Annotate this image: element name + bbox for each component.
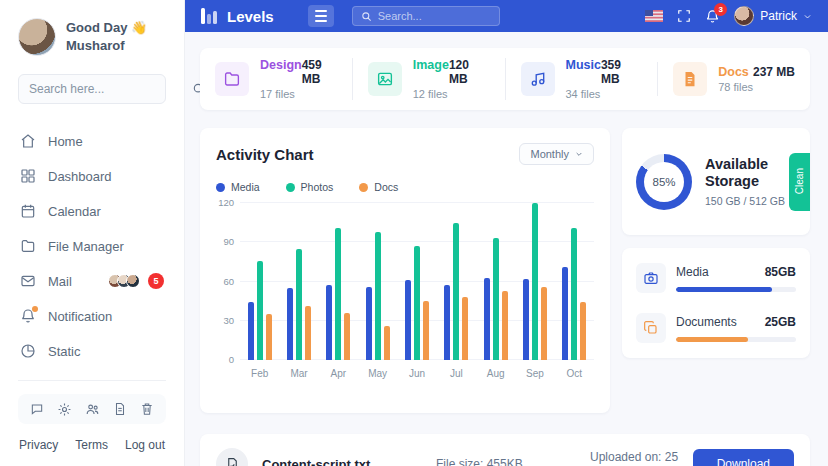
download-button[interactable]: Download: [693, 449, 794, 466]
header-search[interactable]: [352, 6, 500, 26]
stat-files: 78 files: [718, 81, 795, 93]
trash-icon[interactable]: [140, 402, 154, 416]
x-tick-label: Oct: [555, 368, 594, 379]
stat-size: 359 MB: [601, 58, 642, 86]
stat-files: 12 files: [413, 88, 490, 100]
bar-group-aug: [476, 203, 515, 360]
chart-bar-docs: [266, 314, 272, 360]
gear-icon[interactable]: [57, 402, 72, 417]
file-uploaded-date: Uploaded on: 25 Nov, 2025: [590, 450, 679, 466]
stat-docs[interactable]: Docs237 MB 78 files: [657, 62, 810, 96]
privacy-link[interactable]: Privacy: [19, 438, 58, 452]
file-name: Content-script.txt: [262, 457, 422, 466]
legend-item-media: Media: [216, 181, 260, 193]
brand-name: Levels: [227, 8, 274, 25]
stat-files: 17 files: [260, 88, 337, 100]
progress-track: [676, 287, 796, 292]
storage-usage: 150 GB / 512 GB: [705, 195, 786, 207]
header-user-name: Patrick: [760, 9, 797, 23]
chart-bar-media: [366, 287, 372, 360]
stat-image[interactable]: Image120 MB 12 files: [352, 58, 505, 100]
bar-group-feb: [240, 203, 279, 360]
stat-design[interactable]: Design459 MB 17 files: [200, 58, 352, 100]
bar-group-jun: [397, 203, 436, 360]
sidebar-item-file-manager[interactable]: File Manager: [18, 233, 166, 259]
chart-legend: Media Photos Docs: [216, 181, 594, 193]
mail-icon: [20, 273, 36, 289]
stat-files: 34 files: [566, 88, 643, 100]
search-icon: [361, 11, 372, 22]
sidebar-nav: Home Dashboard Calendar File Manager Mai…: [18, 128, 166, 364]
y-tick-label: 30: [223, 315, 234, 326]
camera-icon: [636, 263, 666, 293]
stat-size: 120 MB: [449, 58, 490, 86]
logout-link[interactable]: Log out: [125, 438, 165, 452]
chart-bar-media: [405, 280, 411, 360]
usage-value: 85GB: [765, 265, 796, 279]
notifications-button[interactable]: 3: [705, 9, 720, 24]
bar-group-may: [358, 203, 397, 360]
main-content: Design459 MB 17 files Image120 MB 12 fil…: [185, 32, 828, 466]
progress-fill: [676, 287, 772, 292]
x-tick-label: Sep: [515, 368, 554, 379]
chat-icon[interactable]: [30, 402, 44, 416]
x-tick-label: Jul: [437, 368, 476, 379]
chart-bar-docs: [462, 297, 468, 360]
file-size: File size: 455KB: [436, 457, 576, 466]
copy-icon: [636, 313, 666, 343]
legend-dot: [216, 183, 225, 192]
x-tick-label: Aug: [476, 368, 515, 379]
sidebar-item-static[interactable]: Static: [18, 338, 166, 364]
user-avatar[interactable]: [18, 18, 56, 56]
hamburger-menu-button[interactable]: [308, 5, 334, 27]
clean-button[interactable]: Clean: [789, 153, 810, 211]
header-user-avatar: [734, 6, 754, 26]
stat-music[interactable]: Music359 MB 34 files: [505, 58, 658, 100]
bar-group-mar: [279, 203, 318, 360]
fullscreen-icon[interactable]: [677, 9, 691, 23]
sidebar-item-label: Notification: [48, 309, 112, 324]
sidebar-item-calendar[interactable]: Calendar: [18, 198, 166, 224]
header-search-input[interactable]: [378, 10, 520, 22]
usage-label: Media: [676, 265, 709, 279]
sidebar-search[interactable]: [18, 74, 166, 104]
chart-x-axis: FebMarAprMayJunJulAugSepOct: [240, 368, 594, 379]
music-note-icon: [521, 62, 555, 96]
sidebar-item-mail[interactable]: Mail 5: [18, 268, 166, 294]
period-dropdown[interactable]: Monthly: [519, 143, 594, 165]
stat-label: Image: [413, 58, 449, 72]
chart-bar-media: [562, 267, 568, 360]
users-icon[interactable]: [85, 402, 100, 417]
activity-chart-card: Activity Chart Monthly Media Photos Docs…: [200, 128, 610, 413]
username-text: Musharof: [66, 37, 147, 55]
chart-bar-photos: [453, 223, 459, 360]
chart-bar-photos: [493, 238, 499, 360]
notification-count-badge: 3: [714, 3, 727, 16]
mail-avatars: [108, 274, 140, 288]
file-icon[interactable]: [113, 402, 127, 416]
sidebar-item-label: Dashboard: [48, 169, 112, 184]
grid-icon: [20, 168, 36, 184]
bar-group-oct: [555, 203, 594, 360]
chart-bar-docs: [423, 301, 429, 360]
chart-bar-photos: [414, 246, 420, 360]
y-tick-label: 90: [223, 236, 234, 247]
sidebar-item-home[interactable]: Home: [18, 128, 166, 154]
language-flag-icon[interactable]: [645, 10, 663, 22]
user-menu[interactable]: Patrick: [734, 6, 812, 26]
usage-row-documents: Documents25GB: [636, 313, 796, 343]
legend-label: Photos: [301, 181, 334, 193]
legend-label: Docs: [374, 181, 398, 193]
sidebar-item-dashboard[interactable]: Dashboard: [18, 163, 166, 189]
sidebar-search-input[interactable]: [29, 82, 184, 96]
chart-bar-docs: [344, 313, 350, 360]
y-tick-label: 0: [229, 354, 234, 365]
terms-link[interactable]: Terms: [75, 438, 108, 452]
chart-area: 0306090120: [216, 203, 594, 360]
chart-title: Activity Chart: [216, 146, 314, 163]
sidebar-tool-row: [18, 394, 166, 424]
y-tick-label: 120: [218, 197, 234, 208]
sidebar-item-notification[interactable]: Notification: [18, 303, 166, 329]
sidebar-bottom: Privacy Terms Log out: [18, 380, 166, 452]
chart-bar-photos: [532, 203, 538, 360]
